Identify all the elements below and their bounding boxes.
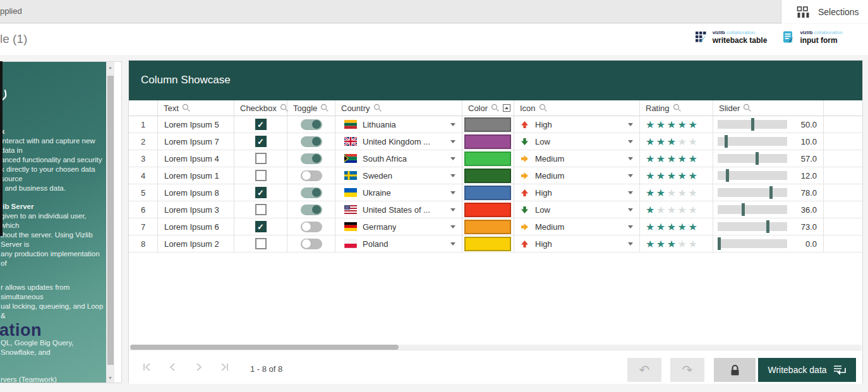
- checkbox[interactable]: [255, 238, 267, 249]
- star-icon[interactable]: ★: [667, 170, 678, 182]
- text-cell[interactable]: Lorem Ipsum 5: [158, 116, 234, 133]
- slider-track[interactable]: [718, 137, 787, 146]
- star-icon[interactable]: ★: [678, 119, 689, 131]
- country-cell[interactable]: Ukraine: [335, 184, 462, 201]
- color-swatch[interactable]: [464, 186, 511, 200]
- search-icon[interactable]: [373, 104, 382, 112]
- country-cell[interactable]: South Africa: [335, 150, 462, 167]
- redo-button[interactable]: ↷: [670, 358, 704, 382]
- header-cell-toggle[interactable]: Toggle: [287, 100, 335, 116]
- toggle-switch[interactable]: [301, 170, 322, 181]
- text-cell[interactable]: Lorem Ipsum 6: [158, 218, 234, 235]
- star-icon[interactable]: ★: [667, 119, 678, 131]
- search-icon[interactable]: [673, 104, 682, 112]
- star-icon[interactable]: ★: [688, 204, 699, 216]
- text-cell[interactable]: Lorem Ipsum 2: [158, 235, 234, 252]
- country-cell[interactable]: United States of ...: [335, 201, 462, 218]
- rating-cell[interactable]: ★★★★★: [640, 201, 713, 218]
- star-icon[interactable]: ★: [678, 204, 689, 216]
- color-swatch[interactable]: [464, 151, 511, 166]
- star-icon[interactable]: ★: [688, 221, 699, 233]
- star-icon[interactable]: ★: [688, 170, 699, 182]
- slider-handle[interactable]: [718, 237, 721, 250]
- star-icon[interactable]: ★: [688, 187, 699, 199]
- country-cell[interactable]: Poland: [335, 235, 462, 252]
- color-swatch[interactable]: [464, 169, 511, 183]
- input-form-extension-button[interactable]: vizlib collaboration input form: [782, 30, 843, 45]
- star-icon[interactable]: ★: [667, 221, 678, 233]
- star-icon[interactable]: ★: [656, 204, 667, 216]
- slider-handle[interactable]: [766, 220, 769, 233]
- star-icon[interactable]: ★: [688, 119, 699, 131]
- slider-track[interactable]: [718, 188, 787, 197]
- text-cell[interactable]: Lorem Ipsum 8: [158, 184, 234, 201]
- rating-cell[interactable]: ★★★★★: [640, 116, 713, 133]
- checkbox[interactable]: ✓: [255, 119, 267, 130]
- slider-handle[interactable]: [769, 186, 773, 199]
- rating-cell[interactable]: ★★★★★: [640, 235, 713, 252]
- icon-cell[interactable]: Medium: [514, 167, 640, 184]
- search-icon[interactable]: [539, 104, 548, 112]
- search-icon[interactable]: [182, 104, 191, 112]
- icon-cell[interactable]: Low: [514, 201, 640, 218]
- star-icon[interactable]: ★: [678, 170, 689, 182]
- icon-cell[interactable]: Medium: [514, 218, 640, 235]
- country-cell[interactable]: Lithuania: [335, 116, 462, 133]
- star-icon[interactable]: ★: [667, 238, 678, 250]
- color-swatch[interactable]: [464, 220, 511, 234]
- icon-cell[interactable]: Medium: [514, 150, 640, 167]
- undo-button[interactable]: ↶: [627, 358, 661, 382]
- star-icon[interactable]: ★: [646, 221, 656, 233]
- search-icon[interactable]: [491, 104, 500, 112]
- horizontal-scrollbar[interactable]: [130, 345, 862, 350]
- header-cell-country[interactable]: Country: [335, 100, 462, 116]
- checkbox[interactable]: ✓: [255, 221, 267, 232]
- star-icon[interactable]: ★: [667, 136, 678, 148]
- star-icon[interactable]: ★: [678, 187, 689, 199]
- lock-button[interactable]: [714, 358, 756, 382]
- slider-track[interactable]: [718, 239, 787, 248]
- slider-handle[interactable]: [726, 169, 729, 182]
- rating-cell[interactable]: ★★★★★: [640, 133, 713, 150]
- star-icon[interactable]: ★: [656, 136, 667, 148]
- country-cell[interactable]: Germany: [335, 218, 462, 235]
- star-icon[interactable]: ★: [646, 238, 656, 250]
- icon-cell[interactable]: High: [514, 184, 640, 201]
- star-icon[interactable]: ★: [656, 238, 667, 250]
- slider-track[interactable]: [718, 154, 787, 163]
- slider-handle[interactable]: [725, 135, 728, 148]
- color-swatch[interactable]: [464, 117, 511, 132]
- text-cell[interactable]: Lorem Ipsum 3: [158, 201, 234, 218]
- star-icon[interactable]: ★: [678, 136, 689, 148]
- slider-handle[interactable]: [751, 118, 754, 131]
- rating-cell[interactable]: ★★★★★: [640, 150, 713, 167]
- checkbox[interactable]: ✓: [255, 136, 267, 147]
- color-swatch[interactable]: [464, 237, 511, 251]
- star-icon[interactable]: ★: [646, 119, 656, 131]
- last-page-button[interactable]: [219, 362, 230, 372]
- text-cell[interactable]: Lorem Ipsum 1: [158, 167, 234, 184]
- slider-track[interactable]: [718, 205, 787, 214]
- slider-handle[interactable]: [742, 203, 745, 216]
- star-icon[interactable]: ★: [656, 187, 667, 199]
- checkbox[interactable]: [255, 204, 267, 215]
- scroll-down-button[interactable]: ▼: [106, 372, 114, 383]
- toggle-switch[interactable]: [301, 119, 322, 130]
- toggle-switch[interactable]: [301, 187, 322, 198]
- star-icon[interactable]: ★: [656, 221, 667, 233]
- writeback-data-button[interactable]: Writeback data: [758, 358, 856, 382]
- toggle-switch[interactable]: [301, 153, 322, 164]
- star-icon[interactable]: ★: [646, 204, 656, 216]
- color-swatch[interactable]: [464, 134, 511, 149]
- star-icon[interactable]: ★: [678, 221, 689, 233]
- toggle-switch[interactable]: [301, 136, 322, 147]
- sidebar-scrollbar[interactable]: ▲ ▼: [106, 62, 114, 383]
- country-cell[interactable]: United Kingdom ...: [335, 133, 462, 150]
- slider-track[interactable]: [718, 222, 787, 231]
- header-cell-text[interactable]: Text: [158, 100, 234, 116]
- rating-cell[interactable]: ★★★★★: [640, 167, 713, 184]
- header-cell-slider[interactable]: Slider: [713, 100, 824, 116]
- star-icon[interactable]: ★: [667, 153, 678, 165]
- next-page-button[interactable]: [193, 362, 204, 372]
- star-icon[interactable]: ★: [678, 153, 689, 165]
